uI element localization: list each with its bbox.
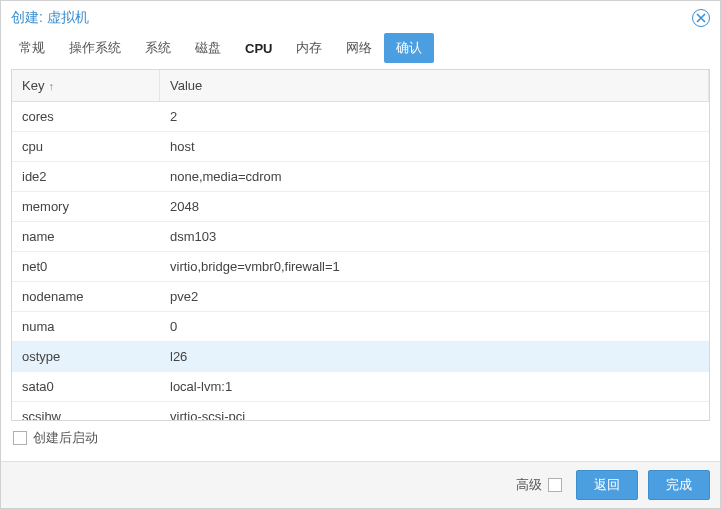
tab-2[interactable]: 系统 — [133, 33, 183, 63]
table-header-row: Key ↑ Value — [12, 70, 709, 102]
column-header-key[interactable]: Key ↑ — [12, 70, 160, 101]
cell-value: 2048 — [160, 192, 709, 221]
cell-value: none,media=cdrom — [160, 162, 709, 191]
cell-value: virtio,bridge=vmbr0,firewall=1 — [160, 252, 709, 281]
summary-table: Key ↑ Value cores2cpuhostide2none,media=… — [11, 69, 710, 421]
close-icon[interactable] — [692, 9, 710, 27]
cell-key: nodename — [12, 282, 160, 311]
cell-value: pve2 — [160, 282, 709, 311]
cell-key: memory — [12, 192, 160, 221]
cell-key: cpu — [12, 132, 160, 161]
column-header-value-label: Value — [170, 78, 202, 93]
table-row[interactable]: numa0 — [12, 312, 709, 342]
start-after-create-checkbox[interactable] — [13, 431, 27, 445]
cell-value: l26 — [160, 342, 709, 371]
tab-0[interactable]: 常规 — [7, 33, 57, 63]
table-body[interactable]: cores2cpuhostide2none,media=cdrommemory2… — [12, 102, 709, 420]
content-area: Key ↑ Value cores2cpuhostide2none,media=… — [1, 69, 720, 461]
window-title: 创建: 虚拟机 — [11, 9, 89, 27]
table-row[interactable]: memory2048 — [12, 192, 709, 222]
cell-key: sata0 — [12, 372, 160, 401]
tab-6[interactable]: 网络 — [334, 33, 384, 63]
start-after-create-label: 创建后启动 — [33, 429, 98, 447]
table-row[interactable]: ostypel26 — [12, 342, 709, 372]
table-row[interactable]: sata0local-lvm:1 — [12, 372, 709, 402]
table-row[interactable]: net0virtio,bridge=vmbr0,firewall=1 — [12, 252, 709, 282]
advanced-label: 高级 — [516, 476, 542, 494]
cell-key: scsihw — [12, 402, 160, 420]
column-header-key-label: Key — [22, 78, 44, 93]
footer: 高级 返回 完成 — [1, 461, 720, 508]
table-row[interactable]: scsihwvirtio-scsi-pci — [12, 402, 709, 420]
cell-value: local-lvm:1 — [160, 372, 709, 401]
advanced-toggle: 高级 — [516, 476, 562, 494]
titlebar: 创建: 虚拟机 — [1, 1, 720, 33]
cell-key: ide2 — [12, 162, 160, 191]
column-header-value[interactable]: Value — [160, 70, 709, 101]
tab-7[interactable]: 确认 — [384, 33, 434, 63]
tab-5[interactable]: 内存 — [284, 33, 334, 63]
tab-4[interactable]: CPU — [233, 35, 284, 62]
cell-value: 2 — [160, 102, 709, 131]
tabs: 常规操作系统系统磁盘CPU内存网络确认 — [1, 33, 720, 69]
table-row[interactable]: cores2 — [12, 102, 709, 132]
sort-asc-icon: ↑ — [48, 80, 54, 92]
advanced-checkbox[interactable] — [548, 478, 562, 492]
cell-value: 0 — [160, 312, 709, 341]
cell-value: virtio-scsi-pci — [160, 402, 709, 420]
cell-key: cores — [12, 102, 160, 131]
cell-key: name — [12, 222, 160, 251]
table-row[interactable]: nodenamepve2 — [12, 282, 709, 312]
table-row[interactable]: namedsm103 — [12, 222, 709, 252]
tab-3[interactable]: 磁盘 — [183, 33, 233, 63]
table-row[interactable]: ide2none,media=cdrom — [12, 162, 709, 192]
cell-key: ostype — [12, 342, 160, 371]
cell-key: net0 — [12, 252, 160, 281]
table-row[interactable]: cpuhost — [12, 132, 709, 162]
back-button[interactable]: 返回 — [576, 470, 638, 500]
start-after-create-row: 创建后启动 — [11, 421, 710, 455]
tab-1[interactable]: 操作系统 — [57, 33, 133, 63]
cell-value: host — [160, 132, 709, 161]
cell-key: numa — [12, 312, 160, 341]
finish-button[interactable]: 完成 — [648, 470, 710, 500]
cell-value: dsm103 — [160, 222, 709, 251]
